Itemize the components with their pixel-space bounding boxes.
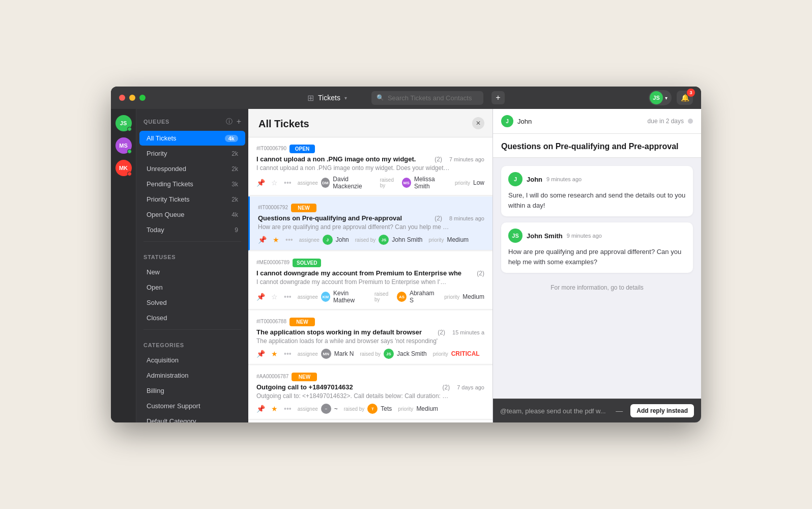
acquisition-label: Acquisition — [147, 356, 179, 364]
traffic-lights — [119, 95, 146, 101]
ticket-id: #IT00006790 — [256, 146, 286, 151]
message-author: John — [527, 176, 542, 183]
agent-avatar-mk[interactable]: MK — [115, 160, 132, 176]
ticket-preview: The application loads for a while and br… — [256, 337, 450, 345]
close-button[interactable] — [119, 95, 125, 101]
agent-avatar-js[interactable]: JS — [115, 115, 132, 131]
more-button[interactable]: ••• — [284, 350, 292, 358]
conversation-title: Questions on Pre-qualifying and Pre-appr… — [493, 134, 701, 158]
categories-label: CATEGORIES — [143, 342, 184, 348]
raised-label: raised by — [374, 291, 394, 302]
ticket-meta: 📌 ☆ ••• assignee DM David Mackenzie rais… — [256, 176, 484, 190]
pin-button[interactable]: 📌 — [256, 293, 265, 301]
minimize-button[interactable] — [129, 95, 135, 101]
ticket-reply-count: (2) — [438, 329, 445, 336]
star-button[interactable]: ★ — [271, 405, 278, 413]
add-queue-button[interactable]: + — [237, 117, 241, 126]
ticket-status-badge: NEW — [291, 204, 316, 212]
solved-status-label: Solved — [147, 299, 167, 306]
reply-bar: @team, please send out the pdf w... — Ad… — [493, 399, 701, 422]
ticket-content: Questions on Pre-qualifying and Pre-appr… — [258, 214, 484, 231]
ticket-status-badge: OPEN — [289, 145, 315, 153]
more-button[interactable]: ••• — [284, 179, 292, 187]
raised-avatar: AS — [397, 292, 407, 302]
ticket-subject: I cannot downgrade my account from Premi… — [256, 269, 474, 277]
ticket-card[interactable]: #AA00006786 NEW Incoming call from +1949… — [248, 420, 492, 422]
conversation-panel: J John due in 2 days Questions on Pre-qu… — [492, 109, 701, 422]
titlebar-right: JS ▾ 🔔 3 — [649, 90, 693, 105]
message-header: J John 9 minutes ago — [508, 172, 686, 186]
ticket-card[interactable]: #IT00006788 NEW The application stops wo… — [248, 310, 492, 364]
sidebar-item-solved[interactable]: Solved — [139, 295, 245, 310]
raised-label: raised by — [344, 406, 365, 412]
ticket-card[interactable]: #IT00006790 OPEN I cannot upload a non .… — [248, 137, 492, 195]
sidebar-item-pending[interactable]: Pending Tickets 3k — [139, 177, 245, 191]
ticket-card[interactable]: #IT00006792 NEW Questions on Pre-qualify… — [248, 196, 492, 250]
pin-button[interactable]: 📌 — [256, 350, 265, 358]
sidebar-item-default-category[interactable]: Default Category — [139, 414, 245, 422]
raised-name: John Smith — [392, 236, 422, 243]
more-button[interactable]: ••• — [285, 236, 293, 244]
sidebar-item-open-queue[interactable]: Open Queue 4k — [139, 207, 245, 222]
star-button[interactable]: ☆ — [271, 293, 278, 301]
app-title: Tickets — [318, 94, 340, 102]
open-status-label: Open — [147, 284, 163, 291]
more-button[interactable]: ••• — [284, 293, 292, 301]
sidebar-item-open[interactable]: Open — [139, 280, 245, 295]
sidebar-item-priority-tickets[interactable]: Priority Tickets 2k — [139, 192, 245, 207]
ticket-card-top: I cannot upload a non .PNG image onto my… — [256, 155, 484, 172]
search-input[interactable] — [371, 91, 483, 105]
more-info-link[interactable]: For more information, go to details — [501, 279, 693, 296]
ticket-card[interactable]: #AA00006787 NEW Outgoing call to +184970… — [248, 365, 492, 419]
sidebar-item-customer-support[interactable]: Customer Support — [139, 399, 245, 413]
user-avatar-btn[interactable]: JS ▾ — [649, 90, 672, 105]
ticket-id: #IT00006788 — [256, 319, 286, 324]
billing-label: Billing — [147, 387, 164, 394]
unresponded-badge: 2k — [231, 165, 238, 173]
assignee-avatar: J — [323, 235, 333, 245]
closed-status-label: Closed — [147, 314, 167, 322]
close-panel-button[interactable]: ✕ — [472, 117, 484, 129]
add-button[interactable]: + — [491, 91, 505, 104]
sidebar-item-unresponded[interactable]: Unresponded 2k — [139, 161, 245, 176]
ticket-reply-count: (2) — [434, 156, 442, 163]
sidebar-item-today[interactable]: Today 9 — [139, 222, 245, 237]
maximize-button[interactable] — [139, 95, 146, 101]
categories-section-header: CATEGORIES — [136, 334, 248, 352]
agent-avatar-ms[interactable]: MS — [115, 137, 132, 154]
ticket-meta: 📌 ★ ••• assignee MN Mark N raised by JS … — [256, 349, 484, 359]
raised-avatar: JS — [384, 349, 394, 359]
ticket-reply-count: (2) — [443, 384, 450, 391]
priority-value-critical: CRITICAL — [451, 350, 480, 357]
ticket-subject-row: I cannot downgrade my account from Premi… — [256, 269, 484, 277]
more-button[interactable]: ••• — [284, 405, 292, 413]
main-layout: JS MS MK QUEUES ⓘ + All Ticket — [111, 109, 701, 422]
sidebar-item-administration[interactable]: Administration — [139, 368, 245, 383]
sidebar-item-billing[interactable]: Billing — [139, 383, 245, 398]
add-reply-button[interactable]: Add reply instead — [630, 404, 694, 417]
ticket-subject: The application stops working in my defa… — [256, 328, 434, 336]
app-window: ⊞ Tickets ▾ 🔍 + JS ▾ 🔔 3 JS — [111, 87, 701, 422]
assignee-avatar: ~ — [321, 404, 331, 414]
star-button[interactable]: ★ — [273, 236, 279, 244]
minimize-reply-button[interactable]: — — [613, 405, 625, 417]
pin-button[interactable]: 📌 — [256, 405, 265, 413]
star-button[interactable]: ★ — [271, 350, 278, 358]
raised-meta: raised by MS Melissa Smith — [380, 176, 449, 190]
conversation-user-name: John — [517, 118, 532, 125]
ticket-card[interactable]: #ME00006789 SOLVED I cannot downgrade my… — [248, 251, 492, 309]
star-button[interactable]: ☆ — [271, 179, 278, 187]
sidebar-item-new[interactable]: New — [139, 265, 245, 279]
priority-meta: priority Medium — [444, 293, 484, 300]
tickets-icon: ⊞ — [307, 93, 314, 103]
sidebar-item-closed[interactable]: Closed — [139, 310, 245, 325]
sidebar-item-all-tickets[interactable]: All Tickets 4k — [139, 131, 245, 146]
notifications-button[interactable]: 🔔 3 — [677, 91, 693, 105]
more-info-text: For more information, go to details — [550, 284, 644, 291]
sidebar-item-priority[interactable]: Priority 2k — [139, 146, 245, 161]
pin-button[interactable]: 📌 — [256, 179, 265, 187]
pin-button[interactable]: 📌 — [258, 236, 267, 244]
sidebar-item-acquisition[interactable]: Acquisition — [139, 353, 245, 367]
search-container: 🔍 — [371, 91, 483, 105]
reply-input[interactable]: @team, please send out the pdf w... — [500, 407, 608, 415]
